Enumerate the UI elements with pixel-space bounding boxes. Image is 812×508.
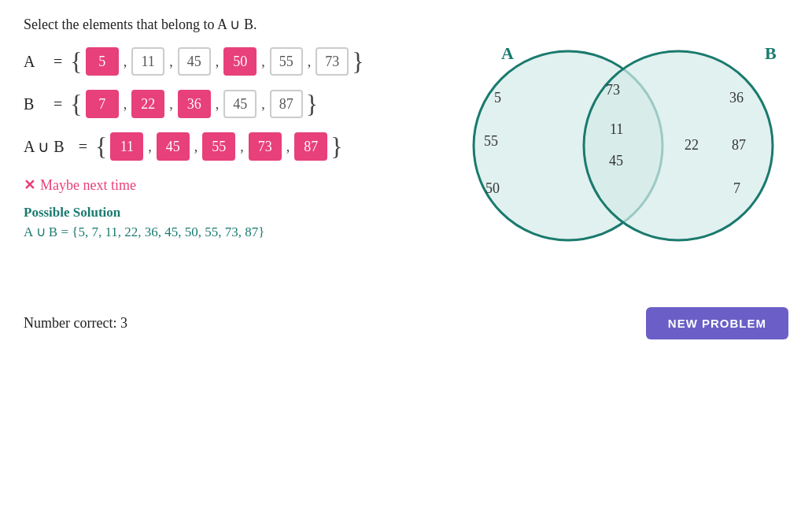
instruction: Select the elements that belong to A ∪ B… [24, 16, 788, 33]
set-b-row: B = { 7 , 22 , 36 , 45 , 87 } [24, 90, 442, 118]
element-union-11[interactable]: 11 [110, 132, 143, 161]
element-b-7[interactable]: 7 [86, 90, 119, 118]
svg-text:A: A [501, 43, 514, 63]
element-b-45[interactable]: 45 [223, 90, 257, 118]
element-a-73[interactable]: 73 [316, 47, 349, 76]
solution-text: A ∪ B = {5, 7, 11, 22, 36, 45, 50, 55, 7… [24, 224, 442, 240]
element-b-87[interactable]: 87 [270, 90, 303, 118]
svg-text:87: 87 [732, 137, 746, 153]
element-union-55[interactable]: 55 [202, 132, 235, 161]
svg-text:7: 7 [733, 180, 740, 196]
new-problem-button[interactable]: NEW PROBLEM [646, 307, 788, 339]
element-a-11[interactable]: 11 [131, 47, 164, 76]
set-b-label: B [24, 95, 39, 113]
set-a-label: A [24, 53, 39, 71]
svg-text:50: 50 [485, 180, 500, 196]
svg-text:73: 73 [606, 82, 620, 98]
score-value: 3 [120, 315, 127, 331]
svg-text:22: 22 [685, 137, 699, 153]
element-a-45[interactable]: 45 [178, 47, 211, 76]
svg-text:11: 11 [610, 121, 623, 137]
possible-solution: Possible Solution A ∪ B = {5, 7, 11, 22,… [24, 205, 442, 240]
union-elements: 11 , 45 , 55 , 73 , 87 [110, 132, 327, 161]
solution-title: Possible Solution [24, 205, 442, 221]
element-b-22[interactable]: 22 [131, 90, 164, 118]
svg-text:5: 5 [494, 90, 501, 106]
union-label: A ∪ B [24, 137, 65, 156]
feedback-message: ✕ Maybe next time [24, 176, 442, 194]
element-a-50[interactable]: 50 [223, 47, 257, 76]
element-a-55[interactable]: 55 [270, 47, 303, 76]
bottom-bar: Number correct: 3 NEW PROBLEM [24, 307, 788, 339]
set-a-row: A = { 5 , 11 , 45 , 50 , 55 , 73 } [24, 47, 442, 76]
x-icon: ✕ [24, 176, 35, 194]
union-row: A ∪ B = { 11 , 45 , 55 , 73 , 87 } [24, 132, 442, 161]
score-display: Number correct: 3 [24, 315, 127, 332]
svg-text:36: 36 [729, 90, 744, 106]
element-union-45[interactable]: 45 [157, 132, 190, 161]
element-union-87[interactable]: 87 [294, 132, 327, 161]
svg-text:45: 45 [609, 153, 623, 169]
svg-text:B: B [765, 43, 777, 63]
venn-diagram: A B 5 55 50 73 11 45 36 22 87 7 [458, 39, 788, 276]
set-b-elements: 7 , 22 , 36 , 45 , 87 [86, 90, 303, 118]
element-union-73[interactable]: 73 [249, 132, 282, 161]
feedback-text: Maybe next time [40, 177, 136, 194]
element-b-36[interactable]: 36 [178, 90, 211, 118]
score-label: Number correct: [24, 315, 116, 331]
element-a-5[interactable]: 5 [86, 47, 119, 76]
set-a-elements: 5 , 11 , 45 , 50 , 55 , 73 [86, 47, 349, 76]
svg-text:55: 55 [484, 133, 498, 149]
